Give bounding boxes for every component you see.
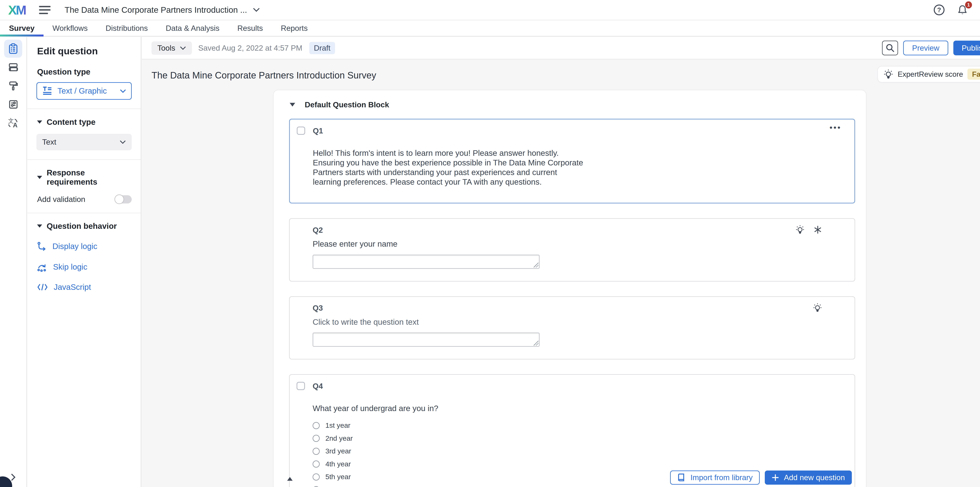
display-logic-icon bbox=[37, 241, 47, 251]
display-logic-link[interactable]: Display logic bbox=[27, 231, 141, 251]
question-card-q1[interactable]: Q1 ••• Hello! This form's intent is to l… bbox=[289, 119, 855, 203]
skip-logic-icon bbox=[37, 262, 47, 272]
notifications-button[interactable]: 1 bbox=[957, 5, 968, 15]
q1-question-text[interactable]: Hello! This form's intent is to learn mo… bbox=[313, 148, 584, 187]
edit-question-panel: Edit question Question type Text / Graph… bbox=[27, 37, 141, 487]
rail-item-look-feel[interactable] bbox=[4, 77, 22, 94]
code-icon bbox=[37, 283, 48, 291]
chevron-down-icon[interactable] bbox=[253, 8, 260, 12]
tab-reports[interactable]: Reports bbox=[272, 21, 317, 36]
radio-icon bbox=[313, 435, 320, 442]
radio-icon bbox=[313, 460, 320, 468]
radio-icon bbox=[313, 473, 320, 481]
question-card-q2[interactable]: Q2 bbox=[289, 218, 855, 281]
q4-choice-4[interactable]: 4th year bbox=[313, 460, 854, 468]
expand-rail-chevron-icon[interactable] bbox=[11, 473, 16, 481]
q2-question-text[interactable]: Please enter your name bbox=[313, 239, 584, 249]
q4-choice-6[interactable]: Graduate Student bbox=[313, 486, 854, 487]
q4-checkbox[interactable] bbox=[296, 382, 305, 390]
radio-icon bbox=[313, 486, 320, 487]
search-button[interactable] bbox=[882, 41, 898, 55]
question-behavior-section-header[interactable]: Question behavior bbox=[27, 213, 141, 231]
rail-item-survey-builder[interactable] bbox=[4, 40, 22, 57]
topbar-actions: ? 1 N bbox=[934, 3, 980, 16]
question-type-value: Text / Graphic bbox=[57, 86, 107, 96]
xm-logo[interactable]: XM bbox=[8, 3, 28, 17]
question-card-q3[interactable]: Q3 Click to write the question text bbox=[289, 296, 855, 359]
collapse-block-caret-icon[interactable] bbox=[290, 103, 295, 107]
settings-sliders-icon bbox=[8, 99, 19, 110]
block-title[interactable]: Default Question Block bbox=[305, 101, 389, 109]
q4-choice-3[interactable]: 3rd year bbox=[313, 447, 854, 455]
tab-survey[interactable]: Survey bbox=[0, 21, 43, 36]
tab-workflows[interactable]: Workflows bbox=[43, 21, 97, 36]
content-type-dropdown[interactable]: Text bbox=[37, 134, 132, 150]
response-requirements-section-header[interactable]: Response requirements bbox=[27, 160, 141, 187]
builder-icon-rail: 文 A bbox=[0, 37, 27, 487]
chevron-down-icon bbox=[180, 46, 186, 50]
q4-question-text[interactable]: What year of undergrad are you in? bbox=[313, 404, 584, 413]
publish-button[interactable]: Publish bbox=[953, 41, 980, 55]
hamburger-menu-icon[interactable] bbox=[39, 6, 51, 14]
notification-badge: 1 bbox=[965, 2, 972, 8]
skip-logic-link[interactable]: Skip logic bbox=[27, 251, 141, 271]
q4-choice-2[interactable]: 2nd year bbox=[313, 434, 854, 442]
draft-badge: Draft bbox=[309, 42, 335, 54]
caret-down-icon bbox=[37, 176, 42, 179]
svg-text:A: A bbox=[13, 121, 18, 129]
paint-roller-icon bbox=[8, 80, 19, 92]
add-new-question-button[interactable]: Add new question bbox=[765, 471, 852, 485]
svg-text:XM: XM bbox=[8, 3, 25, 17]
expert-review-score-badge: Fair bbox=[967, 69, 980, 80]
tab-results[interactable]: Results bbox=[228, 21, 272, 36]
book-icon bbox=[677, 473, 685, 482]
q1-id: Q1 bbox=[313, 126, 323, 135]
text-graphic-icon bbox=[42, 86, 52, 96]
help-icon[interactable]: ? bbox=[934, 5, 945, 15]
q2-answer-textarea[interactable] bbox=[313, 255, 539, 269]
survey-title: The Data Mine Corporate Partners Introdu… bbox=[151, 70, 376, 81]
question-card-q4[interactable]: Q4 What year of undergrad are you in? 1s… bbox=[289, 374, 855, 487]
rail-item-survey-options[interactable] bbox=[4, 95, 22, 113]
q1-options-menu-icon[interactable]: ••• bbox=[830, 123, 842, 132]
q1-checkbox[interactable] bbox=[297, 126, 305, 135]
clipboard-list-icon bbox=[8, 43, 19, 54]
content-type-value: Text bbox=[42, 138, 56, 146]
import-from-library-button[interactable]: Import from library bbox=[670, 471, 760, 485]
chevron-down-icon bbox=[120, 89, 126, 93]
add-validation-toggle[interactable] bbox=[115, 195, 132, 203]
collapse-up-caret-icon[interactable] bbox=[287, 477, 293, 481]
content-type-section-header[interactable]: Content type bbox=[27, 109, 141, 126]
plus-icon bbox=[772, 474, 779, 481]
panel-title: Edit question bbox=[27, 37, 141, 56]
expert-review-score[interactable]: ExpertReview score Fair bbox=[878, 67, 980, 82]
preview-button[interactable]: Preview bbox=[903, 41, 948, 55]
tab-data-analysis[interactable]: Data & Analysis bbox=[157, 21, 228, 36]
q3-expert-review-lightbulb-icon[interactable] bbox=[813, 303, 822, 313]
add-validation-label: Add validation bbox=[37, 195, 85, 204]
q4-choice-1[interactable]: 1st year bbox=[313, 422, 854, 430]
question-type-dropdown[interactable]: Text / Graphic bbox=[37, 82, 132, 99]
javascript-link[interactable]: JavaScript bbox=[27, 272, 141, 292]
q3-answer-textarea[interactable] bbox=[313, 332, 539, 347]
caret-down-icon bbox=[37, 225, 42, 228]
toggle-knob bbox=[115, 195, 124, 204]
question-type-label: Question type bbox=[27, 56, 141, 82]
q2-star-icon[interactable] bbox=[814, 225, 822, 234]
chevron-down-icon bbox=[119, 140, 126, 144]
expert-review-label: ExpertReview score bbox=[898, 70, 963, 78]
saved-status: Saved Aug 2, 2022 at 4:57 PM bbox=[198, 44, 302, 53]
top-bar: XM The Data Mine Corporate Partners Intr… bbox=[0, 0, 980, 21]
q2-expert-review-lightbulb-icon[interactable] bbox=[795, 225, 805, 235]
radio-icon bbox=[313, 448, 320, 455]
add-validation-row: Add validation bbox=[27, 187, 141, 203]
q3-question-text-placeholder[interactable]: Click to write the question text bbox=[313, 317, 584, 327]
tab-distributions[interactable]: Distributions bbox=[97, 21, 157, 36]
search-icon bbox=[885, 43, 895, 53]
rail-item-blocks[interactable] bbox=[4, 58, 22, 76]
rail-item-translations[interactable]: 文 A bbox=[4, 114, 22, 132]
tools-button[interactable]: Tools bbox=[151, 42, 192, 55]
question-block-header: Default Question Block bbox=[274, 90, 866, 109]
document-title[interactable]: The Data Mine Corporate Partners Introdu… bbox=[65, 5, 247, 15]
canvas-footer-actions: Import from library Add new question bbox=[670, 471, 852, 485]
